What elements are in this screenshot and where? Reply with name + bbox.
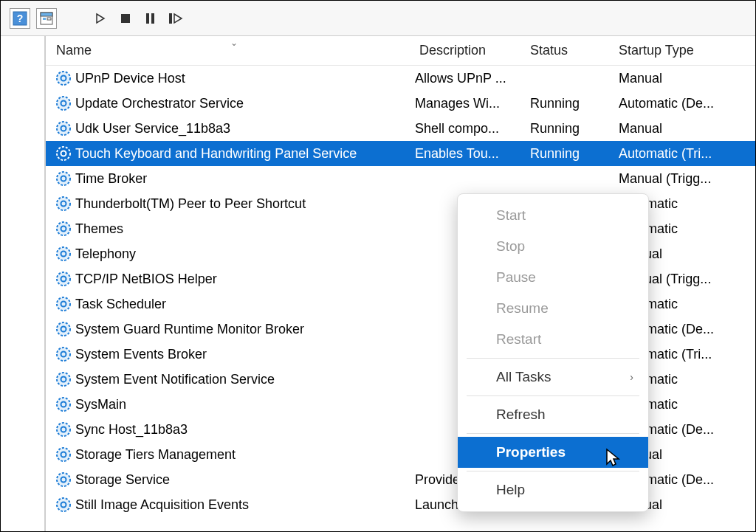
menu-separator xyxy=(467,433,639,434)
svg-rect-8 xyxy=(151,13,154,24)
service-status: Running xyxy=(530,96,619,111)
gear-icon xyxy=(55,195,72,213)
gear-icon xyxy=(55,471,72,488)
svg-point-24 xyxy=(57,247,70,260)
service-row[interactable]: Touch Keyboard and Handwriting Panel Ser… xyxy=(46,141,755,166)
svg-point-44 xyxy=(57,498,70,511)
menu-all-tasks[interactable]: All Tasks › xyxy=(458,362,648,393)
menu-stop[interactable]: Stop xyxy=(458,231,648,262)
service-startup: Manual xyxy=(619,121,755,137)
service-status: Running xyxy=(530,121,619,137)
svg-point-32 xyxy=(57,348,70,361)
gear-icon xyxy=(55,220,72,238)
gear-icon xyxy=(55,170,72,187)
svg-point-42 xyxy=(57,473,70,486)
service-name: Storage Tiers Management xyxy=(75,447,415,463)
service-row[interactable]: Time BrokerManual (Trigg... xyxy=(46,166,755,191)
svg-rect-7 xyxy=(146,13,149,24)
service-startup: Manual xyxy=(619,71,755,86)
service-name: Thunderbolt(TM) Peer to Peer Shortcut xyxy=(75,196,415,212)
column-status[interactable]: Status xyxy=(530,43,619,58)
gear-icon xyxy=(55,120,72,137)
svg-rect-4 xyxy=(43,18,46,20)
service-startup: Manual (Trigg... xyxy=(619,171,755,187)
service-name: System Events Broker xyxy=(75,347,415,362)
menu-separator xyxy=(467,358,639,359)
submenu-arrow-icon: › xyxy=(630,371,633,383)
svg-rect-6 xyxy=(121,14,130,23)
svg-point-38 xyxy=(57,423,70,436)
svg-point-30 xyxy=(57,322,70,336)
svg-point-34 xyxy=(57,373,70,386)
service-name: Storage Service xyxy=(75,472,415,488)
service-row[interactable]: Update Orchestrator ServiceManages Wi...… xyxy=(46,91,755,116)
toolbar: ? xyxy=(1,1,755,36)
svg-point-36 xyxy=(57,398,70,411)
gear-icon xyxy=(55,320,72,338)
service-description: Allows UPnP ... xyxy=(415,71,530,86)
service-description: Enables Tou... xyxy=(415,146,530,162)
menu-separator xyxy=(467,471,639,471)
gear-icon xyxy=(55,94,72,112)
gear-icon xyxy=(55,446,72,463)
service-startup: Automatic (De... xyxy=(619,96,755,111)
service-row[interactable]: Udk User Service_11b8a3Shell compo...Run… xyxy=(46,116,755,141)
column-startup[interactable]: Startup Type xyxy=(619,43,755,58)
svg-text:?: ? xyxy=(17,13,24,24)
service-name: Telephony xyxy=(75,246,415,262)
service-name: UPnP Device Host xyxy=(75,71,415,86)
gear-icon xyxy=(55,145,72,162)
menu-pause[interactable]: Pause xyxy=(458,262,648,293)
menu-separator xyxy=(467,395,639,396)
menu-resume[interactable]: Resume xyxy=(458,293,648,324)
svg-point-16 xyxy=(57,147,70,160)
column-name[interactable]: Name ⌄ xyxy=(46,43,415,58)
gear-icon xyxy=(55,69,72,87)
service-name: TCP/IP NetBIOS Helper xyxy=(75,272,415,287)
gear-icon xyxy=(55,270,72,288)
svg-rect-5 xyxy=(47,18,51,20)
service-name: Themes xyxy=(75,221,415,237)
gear-icon xyxy=(55,421,72,438)
menu-refresh[interactable]: Refresh xyxy=(458,399,648,430)
play-icon[interactable] xyxy=(91,9,110,28)
menu-properties[interactable]: Properties xyxy=(458,437,648,468)
service-name: Still Image Acquisition Events xyxy=(75,497,415,513)
stop-icon[interactable] xyxy=(116,9,135,28)
svg-point-22 xyxy=(57,222,70,235)
service-startup: Automatic (Tri... xyxy=(619,146,755,162)
gear-icon xyxy=(55,345,72,363)
svg-rect-3 xyxy=(41,13,52,16)
column-description[interactable]: Description xyxy=(415,43,530,58)
view-button[interactable] xyxy=(36,8,57,29)
service-name: Udk User Service_11b8a3 xyxy=(75,121,415,137)
service-description: Manages Wi... xyxy=(415,96,530,111)
svg-point-10 xyxy=(57,72,70,85)
service-name: SysMain xyxy=(75,397,415,412)
service-name: Update Orchestrator Service xyxy=(75,96,415,111)
menu-start[interactable]: Start xyxy=(458,200,648,231)
service-name: System Event Notification Service xyxy=(75,372,415,387)
service-description: Shell compo... xyxy=(415,121,530,137)
help-button[interactable]: ? xyxy=(10,8,30,29)
service-row[interactable]: UPnP Device HostAllows UPnP ...Manual xyxy=(46,66,755,91)
svg-point-18 xyxy=(57,172,70,185)
left-pane xyxy=(1,36,45,531)
svg-point-40 xyxy=(57,448,70,461)
restart-icon[interactable] xyxy=(166,9,185,28)
context-menu: Start Stop Pause Resume Restart All Task… xyxy=(457,193,649,512)
service-name: Sync Host_11b8a3 xyxy=(75,422,415,438)
pause-icon[interactable] xyxy=(141,9,160,28)
gear-icon xyxy=(55,496,72,514)
gear-icon xyxy=(55,245,72,263)
svg-point-20 xyxy=(57,197,70,210)
menu-help[interactable]: Help xyxy=(458,474,648,505)
menu-restart[interactable]: Restart xyxy=(458,324,648,355)
service-status: Running xyxy=(530,146,619,162)
service-name: System Guard Runtime Monitor Broker xyxy=(75,322,415,337)
service-name: Task Scheduler xyxy=(75,297,415,312)
service-name: Time Broker xyxy=(75,171,415,187)
svg-point-14 xyxy=(57,122,70,135)
sort-indicator-icon: ⌄ xyxy=(230,38,238,48)
gear-icon xyxy=(55,395,72,413)
